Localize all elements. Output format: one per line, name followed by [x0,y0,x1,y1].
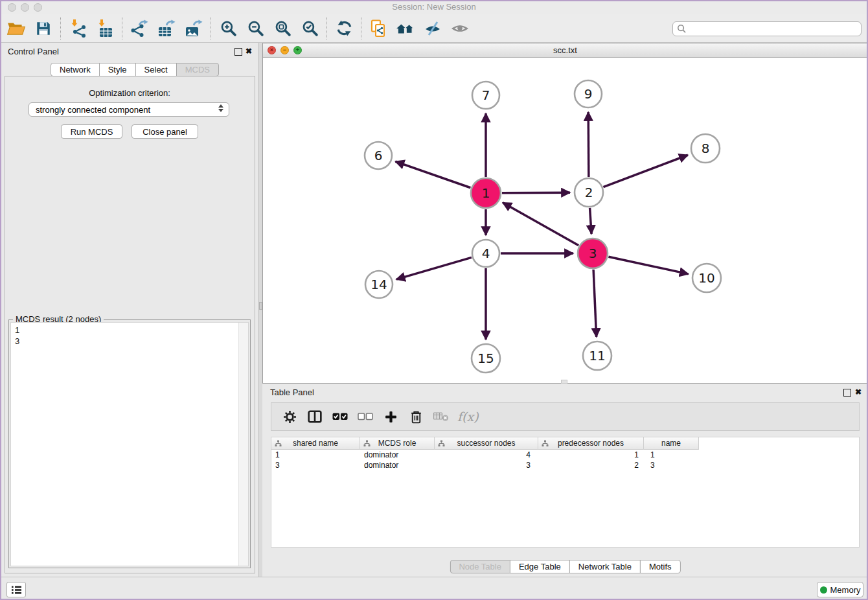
optimization-criterion-label: Optimization criterion: [0,88,259,98]
refresh-button[interactable] [330,16,358,41]
import-network-button[interactable] [64,16,91,41]
export-table-button[interactable] [153,16,180,41]
attribute-tree-icon [438,440,445,447]
open-folder-icon [6,20,26,37]
split-column-icon [308,410,322,423]
search-field [672,21,862,36]
tab-network[interactable]: Network [51,63,100,76]
network-graph[interactable]: 7968124314101511 [263,58,867,384]
table-settings-button[interactable] [280,407,299,426]
tab-edge-table[interactable]: Edge Table [510,560,570,573]
memory-status-dot [820,586,827,594]
cell-successor-nodes[interactable]: 3 [435,461,538,470]
close-panel-icon[interactable]: ✖ [246,47,252,56]
graph-edge-1-2[interactable] [502,192,570,193]
zoom-in-icon [220,19,237,37]
zoom-fit-button[interactable] [269,16,296,41]
mcds-result-box: MCDS result (2 nodes) 1 3 [8,319,251,568]
home-view-button[interactable] [392,16,419,41]
cell-shared-name[interactable]: 3 [271,461,360,470]
tab-select[interactable]: Select [135,63,177,76]
show-view-button[interactable] [446,16,474,41]
network-canvas[interactable]: 7968124314101511 [263,58,867,383]
float-table-panel-icon[interactable] [843,389,851,397]
tab-mcds[interactable]: MCDS [176,63,219,76]
column-header-name[interactable]: name [644,437,699,450]
cell-name[interactable]: 1 [644,450,699,459]
column-header-mcds-role[interactable]: MCDS role [360,437,435,450]
graph-edge-3-1[interactable] [503,203,578,246]
graph-node-label: 4 [482,246,490,261]
graph-node-label: 10 [698,270,714,286]
cell-mcds-role[interactable]: dominator [360,450,435,459]
save-session-button[interactable] [30,16,57,41]
run-mcds-button[interactable]: Run MCDS [61,124,122,139]
vertical-splitter-handle[interactable] [259,302,262,310]
selected-option-label: strongly connected component [36,105,150,115]
delete-column-button[interactable] [407,407,425,426]
attribute-tree-icon [363,440,371,447]
graph-node-label: 15 [477,351,494,366]
column-header-predecessor-nodes[interactable]: predecessor nodes [538,437,644,450]
gear-icon [283,410,297,424]
export-image-button[interactable] [180,16,207,41]
export-network-icon [130,19,148,38]
network-title: scc.txt [263,45,867,55]
table-row[interactable]: 3 dominator 3 2 3 [271,460,859,470]
table-tabs: Node Table Edge Table Network Table Moti… [450,560,680,573]
float-panel-icon[interactable] [234,48,242,56]
tab-style[interactable]: Style [99,63,136,76]
houses-icon [396,20,415,37]
table-row[interactable]: 1 dominator 4 1 1 [271,450,859,460]
zoom-out-button[interactable] [242,16,269,41]
export-network-button[interactable] [126,16,153,41]
cell-successor-nodes[interactable]: 4 [435,450,538,459]
copy-network-button[interactable] [365,16,392,41]
graph-edge-2-8[interactable] [603,155,687,187]
graph-edge-3-11[interactable] [593,270,597,337]
trash-icon [410,410,422,424]
network-window-titlebar[interactable]: × − + scc.txt [263,43,867,58]
optimization-criterion-select[interactable]: strongly connected component [29,102,229,117]
column-header-shared-name[interactable]: shared name [271,437,360,450]
close-table-panel-icon[interactable]: ✖ [855,387,862,397]
memory-button[interactable]: Memory [817,582,863,597]
cell-shared-name[interactable]: 1 [271,450,360,459]
table-toolbar: f(x) [271,402,860,431]
cell-name[interactable]: 3 [644,461,699,470]
export-image-icon [185,19,203,38]
tab-node-table[interactable]: Node Table [450,560,510,573]
search-icon [677,24,687,34]
zoom-selected-button[interactable] [296,16,323,41]
tab-network-table[interactable]: Network Table [569,560,641,573]
split-column-button[interactable] [306,407,324,426]
zoom-fit-icon [274,19,291,37]
graph-edge-2-3[interactable] [590,208,592,234]
toolbar-separator [211,17,211,40]
tab-motifs[interactable]: Motifs [640,560,681,573]
graph-edge-3-10[interactable] [608,257,688,274]
mcds-result-list[interactable]: 1 3 [10,322,249,566]
cell-mcds-role[interactable]: dominator [360,461,435,470]
open-session-button[interactable] [3,16,30,41]
graph-edge-1-6[interactable] [395,161,470,188]
cell-predecessor-nodes[interactable]: 1 [538,450,644,459]
hide-view-button[interactable] [419,16,446,41]
zoom-in-button[interactable] [214,16,242,41]
close-panel-button[interactable]: Close panel [131,124,198,139]
import-table-icon [96,19,114,38]
import-table-button[interactable] [91,16,119,41]
unselect-all-columns-button[interactable] [356,407,374,426]
result-scrollbar[interactable] [238,323,248,566]
search-input[interactable] [672,21,862,36]
toolbar-separator [361,17,361,40]
cell-predecessor-nodes[interactable]: 2 [538,461,644,470]
export-table-icon [157,19,176,38]
task-history-button[interactable] [6,582,26,597]
add-column-button[interactable] [382,407,400,426]
column-header-successor-nodes[interactable]: successor nodes [435,437,538,450]
delete-table-icon [433,411,450,422]
graph-edge-2-9[interactable] [588,112,589,177]
graph-edge-4-14[interactable] [396,257,472,279]
select-all-columns-button[interactable] [331,407,349,426]
